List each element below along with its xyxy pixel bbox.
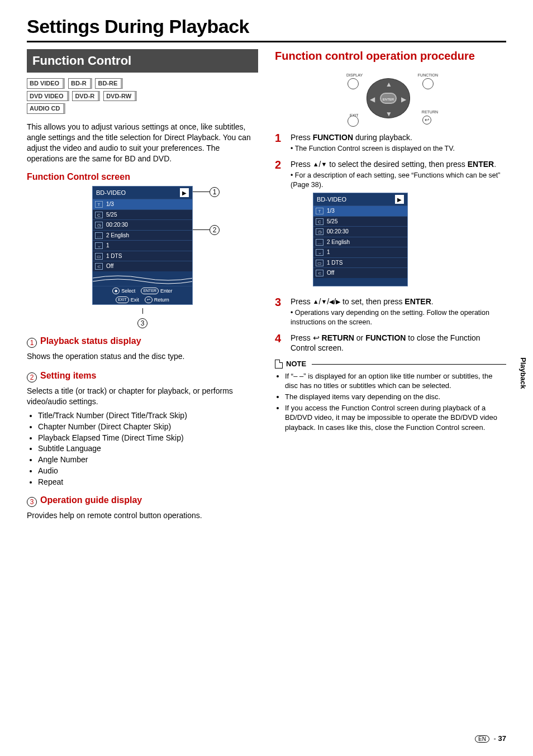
play-icon: ▶	[180, 188, 189, 197]
return-button: ↩	[422, 116, 431, 125]
media-tag: DVD VIDEO	[27, 91, 69, 102]
list-item: Subtitle Language	[38, 443, 258, 454]
function-control-header: Function Control	[27, 49, 258, 73]
media-tag: BD-RE	[95, 78, 123, 89]
fc-row-value: 1	[106, 242, 110, 250]
note-item: If you access the Function Control scree…	[285, 403, 506, 433]
step-number: 4	[275, 333, 285, 344]
intro-text: This allows you to adjust various settin…	[27, 122, 258, 164]
note-icon	[275, 360, 283, 369]
remote-diagram: DISPLAY FUNCTION EXIT RETURN ▲ ▼ ◀ ▶ ENT…	[343, 71, 438, 125]
list-item: Title/Track Number (Direct Title/Track S…	[38, 410, 258, 421]
play-icon: ▶	[395, 195, 404, 204]
procedure-heading: Function control operation procedure	[275, 49, 506, 63]
list-item: Playback Elapsed Time (Direct Time Skip)	[38, 433, 258, 443]
title-rule	[27, 41, 506, 42]
media-tag: DVD-R	[72, 91, 100, 102]
sec1-body: Shows the operation status and the disc …	[27, 351, 258, 362]
audio-icon: ▭	[95, 253, 103, 260]
display-button	[348, 78, 359, 89]
sec2-body: Selects a title (or track) or chapter fo…	[27, 386, 258, 407]
list-item: Chapter Number (Direct Chapter Skip)	[38, 422, 258, 432]
fc-row-value: 1 DTS	[106, 252, 122, 260]
step1-text: Press FUNCTION during playback.	[291, 133, 412, 142]
note-item: The displayed items vary depending on th…	[285, 392, 506, 402]
page-title: Settings During Playback	[27, 16, 506, 37]
note-item: If “– –” is displayed for an option like…	[285, 371, 506, 391]
step2-text: Press ▲/▼ to select the desired setting,…	[291, 160, 496, 169]
clock-icon: ◷	[95, 222, 103, 228]
callout-2: 2	[210, 225, 220, 235]
sec3-heading: 3Operation guide display	[27, 494, 258, 507]
callout-3: 3	[137, 318, 147, 328]
list-item: Audio	[38, 466, 258, 476]
fc-screen-diagram: BD-VIDEO ▶ T1/3 C5/25 ◷00:20:30 …2 Engli…	[92, 186, 193, 328]
repeat-icon: ⊂	[95, 263, 103, 270]
step-number: 3	[275, 296, 285, 308]
exit-button	[348, 116, 359, 127]
fc-guide-bar2: EXITExit ↩Return	[93, 295, 192, 304]
fc-row-value: 2 English	[106, 232, 129, 240]
step1-sub: The Function Control screen is displayed…	[295, 145, 455, 152]
media-tag: BD VIDEO	[27, 78, 65, 89]
media-tag: DVD-RW	[103, 91, 137, 102]
chapter-icon: C	[95, 212, 103, 218]
side-tab: Playback	[519, 357, 527, 389]
subtitle-icon: …	[95, 232, 103, 239]
angle-icon: ⌵	[95, 242, 103, 249]
list-item: Angle Number	[38, 454, 258, 465]
step3-sub: Operations vary depending on the setting…	[291, 309, 489, 326]
media-tag: AUDIO CD	[27, 103, 65, 114]
step-number: 2	[275, 159, 285, 170]
page-footer: EN - 37	[475, 734, 506, 743]
page-number: 37	[498, 734, 506, 743]
fc-row-value: 00:20:30	[106, 221, 128, 229]
callout-1: 1	[210, 187, 220, 197]
step-number: 1	[275, 132, 285, 143]
media-tag: BD-R	[68, 78, 92, 89]
steps-list: 1 Press FUNCTION during playback. • The …	[275, 132, 506, 353]
right-column: Function control operation procedure DIS…	[275, 49, 506, 521]
step4-text: Press ↪ RETURN or FUNCTION to close the …	[291, 333, 480, 353]
notes-list: If “– –” is displayed for an option like…	[275, 371, 506, 432]
fc-row-value: 1/3	[106, 200, 114, 208]
sec2-heading: 2Setting items	[27, 370, 258, 382]
note-heading: NOTE	[275, 359, 506, 369]
fc-row-value: Off	[106, 262, 113, 270]
fc-guide-bar: ◆Select ENTEREnter	[93, 286, 192, 295]
left-column: Function Control BD VIDEO BD-R BD-RE DVD…	[27, 49, 258, 521]
enter-button: ENTER	[380, 93, 397, 104]
fc-row-value: 5/25	[106, 211, 117, 219]
fc-screen-heading: Function Control screen	[27, 171, 258, 183]
setting-items-list: Title/Track Number (Direct Title/Track S…	[27, 410, 258, 487]
title-icon: T	[95, 201, 103, 208]
sec3-body: Provides help on remote control button o…	[27, 510, 258, 521]
step2-sub: For a description of each setting, see “…	[291, 171, 500, 189]
fc-disc-type: BD-VIDEO	[96, 189, 126, 197]
lang-badge: EN	[475, 735, 489, 743]
wave-divider	[93, 271, 192, 286]
list-item: Repeat	[38, 477, 258, 487]
step3-text: Press ▲/▼/◀/▶ to set, then press ENTER.	[291, 297, 434, 306]
fc-mini-diagram: BD-VIDEO ▶ T1/3 C5/25 ◷00:20:30 …2 Engli…	[313, 193, 408, 286]
media-tags: BD VIDEO BD-R BD-RE DVD VIDEO DVD-R DVD-…	[27, 77, 258, 116]
function-button	[422, 78, 434, 89]
sec1-heading: 1Playback status display	[27, 335, 258, 348]
